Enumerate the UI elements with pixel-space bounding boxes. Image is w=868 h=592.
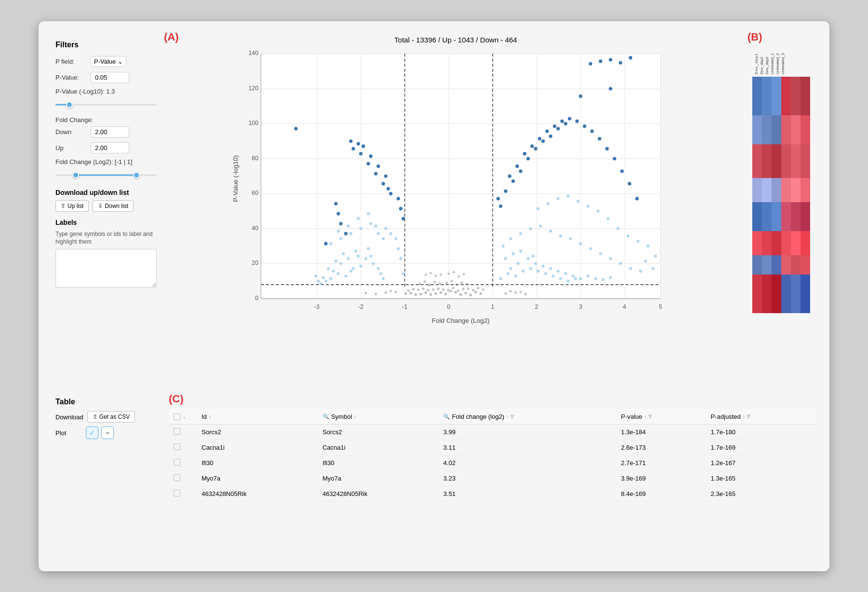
p-value-slider[interactable] [55, 100, 157, 110]
svg-point-152 [559, 277, 562, 280]
svg-text:0: 0 [447, 303, 450, 310]
svg-point-241 [545, 129, 549, 133]
right-panel: (B) Dox_day1 Dox_day2 Dox_day3 Untreated… [752, 36, 815, 384]
row-checkbox[interactable] [174, 428, 180, 435]
svg-rect-265 [772, 77, 781, 115]
row-symbol: Sorcs2 [318, 425, 439, 440]
svg-point-112 [347, 257, 350, 260]
padjusted-filter-icon[interactable]: ∇ [747, 414, 750, 419]
row-pvalue: 2.7e-171 [616, 455, 706, 471]
row-checkbox-cell [169, 455, 197, 471]
plot-row: Plot ✓ − [55, 427, 157, 439]
svg-point-125 [319, 282, 322, 285]
row-pvalue: 1.3e-184 [616, 425, 706, 440]
svg-point-68 [412, 288, 414, 290]
p-value-input[interactable] [91, 72, 129, 83]
svg-rect-291 [791, 202, 800, 231]
svg-point-156 [516, 262, 519, 265]
svg-rect-295 [772, 231, 781, 255]
svg-point-107 [339, 262, 342, 265]
down-input[interactable] [91, 126, 129, 138]
svg-point-90 [384, 291, 387, 293]
upload-icon: ⇧ [61, 203, 66, 209]
svg-point-49 [464, 291, 467, 294]
svg-point-198 [637, 239, 639, 242]
id-sort-icon[interactable]: ↕ [209, 414, 211, 419]
svg-point-196 [617, 227, 620, 230]
row-checkbox[interactable] [174, 459, 180, 466]
svg-rect-271 [772, 115, 781, 144]
labels-textarea[interactable] [55, 249, 157, 288]
svg-rect-281 [752, 178, 762, 202]
svg-point-238 [523, 151, 526, 155]
padjusted-sort-icon[interactable]: ↕ [743, 414, 745, 419]
heatmap-column-labels: Dox_day1 Dox_day2 Dox_day3 Untreated_1 U… [755, 41, 785, 74]
svg-point-91 [375, 292, 377, 295]
svg-point-164 [531, 254, 534, 257]
svg-point-113 [357, 254, 360, 257]
svg-point-42 [449, 289, 452, 292]
select-all-checkbox[interactable] [174, 413, 180, 420]
svg-point-87 [430, 272, 432, 274]
svg-text:-3: -3 [314, 303, 320, 310]
svg-point-179 [559, 234, 562, 237]
row-checkbox[interactable] [174, 490, 180, 496]
col-fold-change-header: 🔍 Fold change (log2) ↑ ∇ [438, 409, 616, 425]
svg-point-157 [527, 257, 529, 260]
svg-point-146 [514, 275, 517, 277]
symbol-filter-icon[interactable]: 🔍 [323, 413, 329, 420]
svg-rect-276 [762, 144, 772, 178]
svg-rect-285 [791, 178, 800, 202]
table-row: Ifi30 Ifi30 4.02 2.7e-171 1.2e-167 [169, 455, 815, 471]
svg-point-130 [369, 222, 372, 225]
svg-point-233 [564, 122, 567, 125]
svg-point-84 [452, 271, 455, 273]
svg-point-214 [387, 187, 390, 190]
svg-point-151 [552, 275, 555, 277]
row-id: Cacna1i [197, 440, 318, 455]
pvalue-filter-icon[interactable]: ∇ [649, 414, 652, 419]
up-input[interactable] [91, 142, 129, 153]
plot-minus-button[interactable]: − [101, 427, 114, 439]
svg-text:20: 20 [252, 260, 258, 266]
row-symbol: 4632428N05Rik [318, 486, 439, 502]
svg-point-225 [504, 189, 507, 193]
svg-point-137 [374, 224, 377, 227]
svg-point-141 [397, 247, 400, 250]
svg-point-115 [354, 249, 357, 252]
svg-point-153 [567, 279, 570, 282]
fold-sort-icon[interactable]: ↑ [506, 414, 509, 419]
svg-point-94 [515, 291, 517, 293]
svg-point-60 [457, 289, 460, 291]
svg-point-182 [589, 247, 592, 250]
p-field-select[interactable]: P-Value ⌄ [91, 56, 126, 67]
get-csv-button[interactable]: ⇧ Get as CSV [87, 411, 135, 423]
svg-point-155 [509, 267, 512, 270]
row-symbol: Myo7a [318, 471, 439, 486]
heatmap-label-4: Untreated_1 [771, 41, 774, 74]
svg-point-162 [512, 252, 515, 255]
svg-point-128 [349, 232, 352, 235]
row-checkbox[interactable] [174, 474, 180, 481]
heatmap-label-3: Dox_day3 [765, 41, 769, 74]
download-row: Download ⇧ Get as CSV [55, 411, 157, 423]
svg-point-95 [524, 292, 527, 295]
svg-point-259 [609, 87, 612, 90]
pvalue-sort-icon[interactable]: ↑ [644, 414, 647, 419]
fold-filter-down-icon[interactable]: ∇ [511, 414, 514, 419]
svg-rect-280 [800, 144, 810, 178]
row-checkbox[interactable] [174, 443, 180, 450]
down-list-button[interactable]: ⇩ Down list [93, 200, 134, 212]
fold-change-range-slider[interactable] [55, 170, 157, 180]
fold-filter-icon[interactable]: 🔍 [443, 413, 450, 420]
plot-check-button[interactable]: ✓ [86, 427, 98, 439]
up-list-button[interactable]: ⇧ Up list [55, 200, 89, 212]
row-checkbox-cell [169, 425, 197, 440]
svg-point-80 [465, 283, 468, 285]
svg-rect-287 [752, 202, 762, 231]
svg-point-163 [519, 249, 522, 252]
svg-point-204 [381, 182, 385, 185]
svg-point-240 [538, 137, 541, 140]
svg-rect-297 [791, 231, 800, 255]
symbol-sort-icon[interactable]: ↕ [354, 414, 356, 419]
